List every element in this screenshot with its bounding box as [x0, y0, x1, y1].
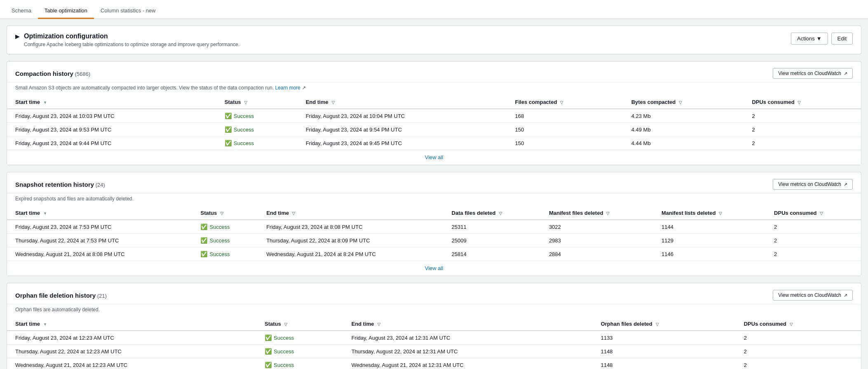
snap-col-manifest-lists[interactable]: Manifest lists deleted ▽: [653, 207, 766, 220]
snap-sort-end-time: ▽: [292, 211, 295, 216]
table-row: Wednesday, August 21, 2024 at 12:23 AM U…: [7, 358, 861, 369]
compaction-history-section: Compaction history (5686) View metrics o…: [7, 61, 861, 165]
config-buttons: Actions ▼ Edit: [791, 33, 853, 45]
optimization-config-section: ▶ Optimization configuration Configure A…: [7, 26, 861, 54]
sort-icon-end-time: ▽: [332, 100, 335, 105]
orphan-cloudwatch-label: View metrics on CloudWatch: [778, 292, 841, 298]
orphan-count: (21): [97, 293, 107, 299]
table-row: Thursday, August 22, 2024 at 12:23 AM UT…: [7, 345, 861, 358]
success-icon: ✅: [225, 140, 232, 146]
snap-sort-manifest-lists: ▽: [719, 211, 722, 216]
config-left: ▶ Optimization configuration Configure A…: [15, 33, 240, 47]
table-row: Friday, August 23, 2024 at 7:53 PM UTC ✅…: [7, 220, 861, 234]
config-toggle-icon[interactable]: ▶: [15, 33, 20, 40]
main-content: ▶ Optimization configuration Configure A…: [0, 19, 868, 369]
tabs-bar: Schema Table optimization Column statist…: [0, 0, 868, 19]
list-item: View all: [7, 150, 861, 165]
table-row: Wednesday, August 21, 2024 at 8:08 PM UT…: [7, 247, 861, 261]
table-row: Friday, August 23, 2024 at 10:03 PM UTC …: [7, 109, 861, 123]
col-end-time[interactable]: End time ▽: [297, 96, 507, 109]
compaction-view-all-link[interactable]: View all: [425, 154, 443, 160]
compaction-count: (5686): [75, 71, 90, 77]
orphan-description: Orphan files are automatically deleted.: [7, 304, 861, 317]
tab-column-statistics[interactable]: Column statistics - new: [94, 3, 162, 19]
orphan-header: Orphan file deletion history (21) View m…: [7, 283, 861, 304]
config-description: Configure Apache Iceberg table optimizat…: [24, 42, 240, 47]
compaction-table: Start time ▼ Status ▽ End time ▽ Files c…: [7, 96, 861, 165]
list-item: View all: [7, 261, 861, 276]
actions-label: Actions: [797, 35, 815, 42]
snap-col-dpus[interactable]: DPUs consumed ▽: [766, 207, 861, 220]
orp-sort-status: ▽: [284, 322, 287, 327]
config-text: Optimization configuration Configure Apa…: [24, 33, 240, 47]
snapshot-cloudwatch-button[interactable]: View metrics on CloudWatch ↗: [773, 179, 853, 190]
col-start-time[interactable]: Start time ▼: [7, 96, 216, 109]
compaction-thead: Start time ▼ Status ▽ End time ▽ Files c…: [7, 96, 861, 109]
snapshot-history-section: Snapshot retention history (24) View met…: [7, 172, 861, 276]
col-bytes-compacted[interactable]: Bytes compacted ▽: [623, 96, 744, 109]
compaction-cloudwatch-button[interactable]: View metrics on CloudWatch ↗: [773, 68, 853, 79]
compaction-title: Compaction history: [15, 70, 73, 77]
snapshot-header-left: Snapshot retention history (24): [15, 181, 105, 188]
compaction-learn-more-link[interactable]: Learn more: [275, 85, 300, 91]
compaction-header: Compaction history (5686) View metrics o…: [7, 61, 861, 82]
snap-sort-status: ▽: [220, 211, 223, 216]
col-files-compacted[interactable]: Files compacted ▽: [507, 96, 623, 109]
col-status[interactable]: Status ▽: [216, 96, 298, 109]
success-icon: ✅: [265, 362, 272, 368]
col-dpus-consumed[interactable]: DPUs consumed ▽: [743, 96, 861, 109]
snap-col-end-time[interactable]: End time ▽: [258, 207, 443, 220]
external-link-icon: ↗: [844, 71, 847, 76]
orphan-table: Start time ▼ Status ▽ End time ▽ Orphan …: [7, 317, 861, 369]
sort-icon-status: ▽: [244, 100, 247, 105]
success-icon: ✅: [225, 126, 232, 133]
snapshot-count: (24): [95, 182, 105, 188]
success-icon: ✅: [200, 223, 207, 230]
orphan-cloudwatch-button[interactable]: View metrics on CloudWatch ↗: [773, 290, 853, 301]
sort-icon-dpus-consumed: ▽: [797, 100, 801, 105]
sort-icon-start-time: ▼: [43, 100, 47, 105]
orp-col-start-time[interactable]: Start time ▼: [7, 317, 256, 331]
orp-col-end-time[interactable]: End time ▽: [343, 317, 593, 331]
table-row: Friday, August 23, 2024 at 9:53 PM UTC ✅…: [7, 123, 861, 136]
compaction-description: Small Amazon S3 objects are automaticall…: [7, 82, 861, 96]
orp-col-orphan-files[interactable]: Orphan files deleted ▽: [593, 317, 736, 331]
compaction-cloudwatch-label: View metrics on CloudWatch: [778, 71, 841, 76]
snap-col-status[interactable]: Status ▽: [192, 207, 258, 220]
orphan-header-left: Orphan file deletion history (21): [15, 292, 107, 299]
success-icon: ✅: [265, 348, 272, 355]
snap-sort-manifest-files: ▽: [606, 211, 609, 216]
snapshot-title: Snapshot retention history: [15, 181, 94, 188]
orp-col-status[interactable]: Status ▽: [256, 317, 343, 331]
tab-schema[interactable]: Schema: [5, 3, 38, 19]
snapshot-cloudwatch-label: View metrics on CloudWatch: [778, 181, 841, 187]
snapshot-thead: Start time ▼ Status ▽ End time ▽ Data fi…: [7, 207, 861, 220]
success-icon: ✅: [200, 237, 207, 244]
snap-sort-data-files: ▽: [499, 211, 502, 216]
orphan-title: Orphan file deletion history: [15, 292, 96, 299]
actions-dropdown-icon: ▼: [816, 35, 822, 42]
orphan-history-section: Orphan file deletion history (21) View m…: [7, 283, 861, 369]
success-icon: ✅: [225, 113, 232, 119]
external-icon-learn-more: ↗: [302, 85, 306, 91]
orphan-thead: Start time ▼ Status ▽ End time ▽ Orphan …: [7, 317, 861, 331]
orp-sort-start-time: ▼: [43, 322, 47, 327]
tab-table-optimization[interactable]: Table optimization: [38, 3, 94, 19]
snap-sort-dpus: ▽: [820, 211, 823, 216]
actions-button[interactable]: Actions ▼: [791, 33, 828, 45]
external-link-icon-3: ↗: [844, 293, 847, 298]
orp-sort-orphan-files: ▽: [656, 322, 659, 327]
snapshot-description: Expired snapshots and files are automati…: [7, 193, 861, 207]
external-link-icon-2: ↗: [844, 182, 847, 187]
table-row: Friday, August 23, 2024 at 9:44 PM UTC ✅…: [7, 136, 861, 150]
sort-icon-bytes-compacted: ▽: [679, 100, 682, 105]
table-row: Friday, August 23, 2024 at 12:23 AM UTC …: [7, 331, 861, 345]
snapshot-view-all-link[interactable]: View all: [425, 265, 443, 271]
snap-col-start-time[interactable]: Start time ▼: [7, 207, 192, 220]
edit-button[interactable]: Edit: [831, 33, 853, 45]
orp-sort-dpus: ▽: [790, 322, 793, 327]
orp-col-dpus[interactable]: DPUs consumed ▽: [736, 317, 861, 331]
config-title: Optimization configuration: [24, 33, 240, 40]
snap-col-data-files[interactable]: Data files deleted ▽: [443, 207, 541, 220]
snap-col-manifest-files[interactable]: Manifest files deleted ▽: [541, 207, 653, 220]
